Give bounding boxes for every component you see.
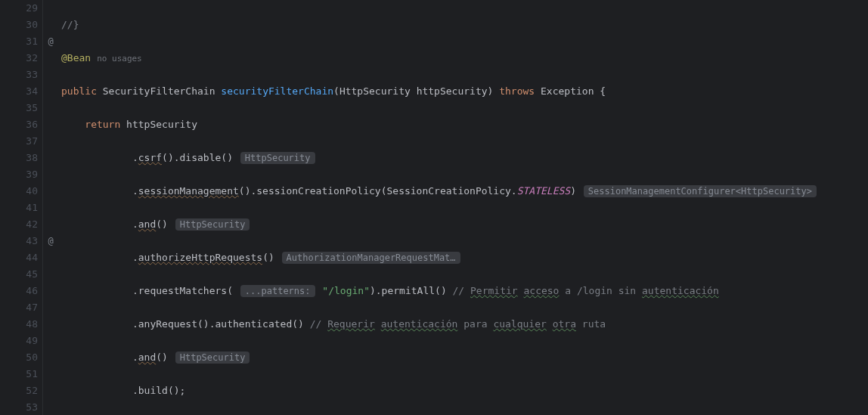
- code-text: Exception {: [541, 85, 606, 97]
- code-text: ).permitAll(): [370, 285, 453, 296]
- line-number: 51: [0, 366, 38, 382]
- code-area[interactable]: //} @Beanno usages public SecurityFilter…: [58, 0, 868, 415]
- line-number: 45: [0, 266, 38, 283]
- warning-text: csrf: [138, 152, 162, 163]
- bean-gutter-icon[interactable]: @: [43, 233, 58, 249]
- line-number: 44: [0, 249, 38, 266]
- code-text: httpSecurity: [120, 119, 197, 130]
- warning-text: and: [138, 352, 156, 363]
- line-number-gutter: 29 30 31 32 33 34 35 36 37 38 39 40 41 4…: [0, 0, 43, 415]
- params: (HttpSecurity httpSecurity): [333, 85, 493, 97]
- code-text: ().disable(): [162, 152, 233, 163]
- line-number: 32: [0, 50, 38, 67]
- code-text: .: [132, 352, 138, 363]
- line-number: 33: [0, 67, 38, 83]
- keyword: public: [61, 85, 97, 97]
- line-number: 31: [0, 33, 38, 50]
- line-number: 36: [0, 116, 38, 133]
- inlay-hint[interactable]: AuthorizationManagerRequestMat…: [282, 252, 460, 264]
- code-text: .: [132, 185, 138, 197]
- line-number: 43: [0, 233, 38, 249]
- line-number: 50: [0, 349, 38, 366]
- code-text: .: [132, 252, 138, 263]
- comment: // Permitir acceso a /login sin autentic…: [453, 285, 719, 296]
- line-number: 48: [0, 316, 38, 333]
- string-literal: "/login": [322, 285, 370, 296]
- code-text: (): [156, 218, 168, 230]
- usages-hint[interactable]: no usages: [97, 54, 142, 63]
- code-text: (): [156, 352, 168, 363]
- line-number: 41: [0, 200, 38, 216]
- comment: // Requerir autenticación para cualquier…: [310, 318, 606, 330]
- warning-text: authorizeHttpRequests: [138, 252, 262, 263]
- code-editor[interactable]: 29 30 31 32 33 34 35 36 37 38 39 40 41 4…: [0, 0, 868, 415]
- annotation: @Bean: [61, 52, 91, 63]
- param-hint[interactable]: ...patterns:: [240, 285, 315, 297]
- line-number: 34: [0, 83, 38, 100]
- line-number: 29: [0, 0, 38, 17]
- keyword: return: [85, 119, 120, 130]
- method-name: securityFilterChain: [221, 85, 333, 97]
- warning-text: sessionManagement: [138, 185, 239, 197]
- line-number: 49: [0, 333, 38, 349]
- code-text: .: [132, 152, 138, 163]
- line-number: 40: [0, 183, 38, 200]
- line-number: 52: [0, 382, 38, 399]
- line-number: 38: [0, 150, 38, 166]
- inlay-hint[interactable]: HttpSecurity: [175, 352, 250, 364]
- line-number: 47: [0, 299, 38, 316]
- line-number: 46: [0, 283, 38, 299]
- line-number: 42: [0, 216, 38, 233]
- inlay-hint[interactable]: HttpSecurity: [175, 218, 250, 231]
- code-text: //}: [61, 19, 79, 30]
- line-number: 39: [0, 166, 38, 183]
- code-text: .requestMatchers(: [132, 285, 239, 296]
- code-text: .build();: [132, 385, 185, 396]
- keyword: throws: [499, 85, 535, 97]
- constant: STATELESS: [517, 185, 570, 197]
- line-number: 37: [0, 133, 38, 150]
- warning-text: and: [138, 218, 156, 230]
- line-number: 35: [0, 100, 38, 116]
- code-text: ().sessionCreationPolicy(SessionCreation…: [239, 185, 517, 197]
- bean-gutter-icon[interactable]: @: [43, 33, 58, 50]
- inlay-hint[interactable]: SessionManagementConfigurer<HttpSecurity…: [584, 185, 817, 197]
- code-text: (): [262, 252, 274, 263]
- code-text: .: [132, 218, 138, 230]
- line-number: 30: [0, 17, 38, 33]
- type: SecurityFilterChain: [103, 85, 215, 97]
- code-text: .anyRequest().authenticated(): [132, 318, 310, 330]
- line-number: 53: [0, 399, 38, 415]
- code-text: ): [570, 185, 576, 197]
- gutter-icons: @ @: [43, 0, 58, 415]
- inlay-hint[interactable]: HttpSecurity: [240, 152, 315, 164]
